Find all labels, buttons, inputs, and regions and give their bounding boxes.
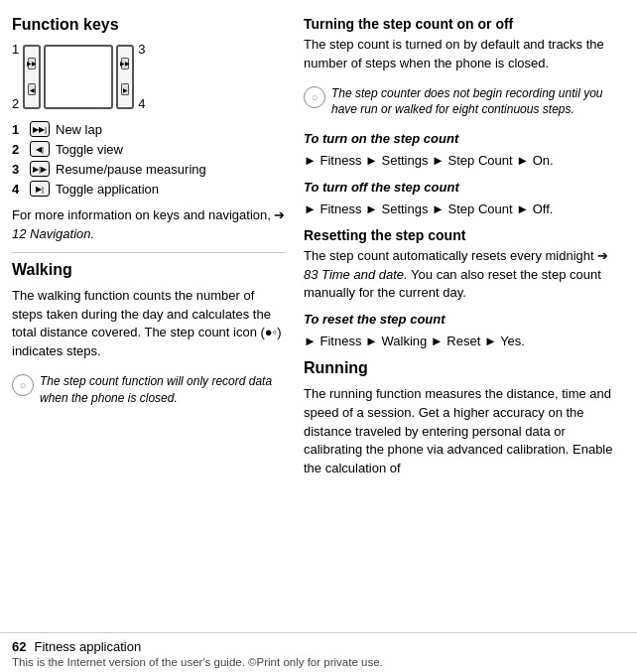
walking-body: The walking function counts the number o…	[12, 287, 286, 361]
arrow-icon: ➔	[274, 207, 285, 222]
key-icon-1: ▶▶|	[30, 121, 50, 137]
nav-text: For more information on keys and navigat…	[12, 206, 286, 244]
resetting-link: 83 Time and date.	[304, 267, 408, 282]
phone-right-side: ▶▶ ▶	[116, 45, 134, 109]
side-btn-4: ▶	[121, 83, 129, 95]
function-keys-diagram: 1 2 ▶▶ ◀ ▶▶ ▶ 3 4	[12, 42, 286, 111]
footer-copyright: This is the Internet version of the user…	[12, 656, 625, 668]
footer-line1: 62 Fitness application	[12, 639, 625, 654]
phone-left-side: ▶▶ ◀	[23, 45, 41, 109]
reset-path: ► Fitness ► Walking ► Reset ► Yes.	[304, 333, 625, 351]
key-label-1: New lap	[56, 122, 102, 137]
key-icon-2: ◀|	[30, 141, 50, 157]
turn-on-off-body: The step count is turned on by default a…	[304, 36, 625, 73]
key-label-4: Toggle application	[56, 182, 159, 197]
resetting-heading: Resetting the step count	[304, 227, 625, 243]
key-icon-3: ▶|▶	[30, 161, 50, 177]
side-btn-1: ▶▶	[28, 58, 36, 69]
phone-center	[44, 45, 113, 109]
footer-section: Fitness application	[34, 639, 141, 654]
footer: 62 Fitness application This is the Inter…	[0, 632, 637, 672]
resetting-body: The step count automatically resets ever…	[304, 247, 625, 304]
key-num-2: 2	[12, 142, 26, 157]
running-body: The running function measures the distan…	[304, 385, 625, 478]
key-label-2: Toggle view	[56, 142, 123, 157]
note-icon-right: ○	[304, 86, 325, 108]
side-btn-2: ◀	[28, 83, 36, 95]
page: Function keys 1 2 ▶▶ ◀ ▶▶ ▶	[0, 0, 637, 672]
counter-note-box: ○ The step counter does not begin record…	[304, 81, 625, 123]
turn-off-heading: To turn off the step count	[304, 179, 625, 198]
fk-label-3: 3	[138, 42, 145, 57]
turn-off-path: ► Fitness ► Settings ► Step Count ► Off.	[304, 201, 625, 219]
content: Function keys 1 2 ▶▶ ◀ ▶▶ ▶	[0, 0, 637, 632]
walking-note-box: ○ The step count function will only reco…	[12, 369, 286, 411]
left-column: Function keys 1 2 ▶▶ ◀ ▶▶ ▶	[12, 16, 300, 624]
fk-labels-right: 3 4	[138, 42, 145, 111]
key-num-1: 1	[12, 122, 26, 137]
divider	[12, 252, 286, 253]
walking-note-text: The step count function will only record…	[40, 373, 286, 407]
key-list: 1 ▶▶| New lap 2 ◀| Toggle view 3 ▶|▶ Res…	[12, 121, 286, 197]
function-keys-heading: Function keys	[12, 16, 286, 34]
list-item: 2 ◀| Toggle view	[12, 141, 286, 157]
fk-label-2: 2	[12, 96, 19, 111]
nav-link: 12 Navigation.	[12, 226, 94, 241]
side-btn-3: ▶▶	[121, 58, 129, 69]
list-item: 1 ▶▶| New lap	[12, 121, 286, 137]
key-label-3: Resume/pause measuring	[56, 162, 206, 177]
walking-heading: Walking	[12, 261, 286, 279]
turn-on-off-heading: Turning the step count on or off	[304, 16, 625, 32]
counter-note-text: The step counter does not begin recordin…	[331, 85, 625, 119]
arrow-icon-2: ➔	[597, 248, 608, 263]
turn-on-path: ► Fitness ► Settings ► Step Count ► On.	[304, 152, 625, 171]
fk-label-1: 1	[12, 42, 19, 57]
key-icon-4: ▶|	[30, 181, 50, 197]
key-num-3: 3	[12, 162, 26, 177]
key-num-4: 4	[12, 182, 26, 197]
turn-on-heading: To turn on the step count	[304, 130, 625, 149]
fk-label-4: 4	[138, 96, 145, 111]
list-item: 4 ▶| Toggle application	[12, 181, 286, 197]
page-number: 62	[12, 639, 26, 654]
list-item: 3 ▶|▶ Resume/pause measuring	[12, 161, 286, 177]
right-column: Turning the step count on or off The ste…	[300, 16, 625, 624]
phone-diagram: ▶▶ ◀ ▶▶ ▶	[23, 42, 134, 111]
fk-labels-left: 1 2	[12, 42, 19, 111]
note-icon: ○	[12, 374, 34, 396]
reset-heading: To reset the step count	[304, 311, 625, 330]
running-heading: Running	[304, 359, 625, 377]
